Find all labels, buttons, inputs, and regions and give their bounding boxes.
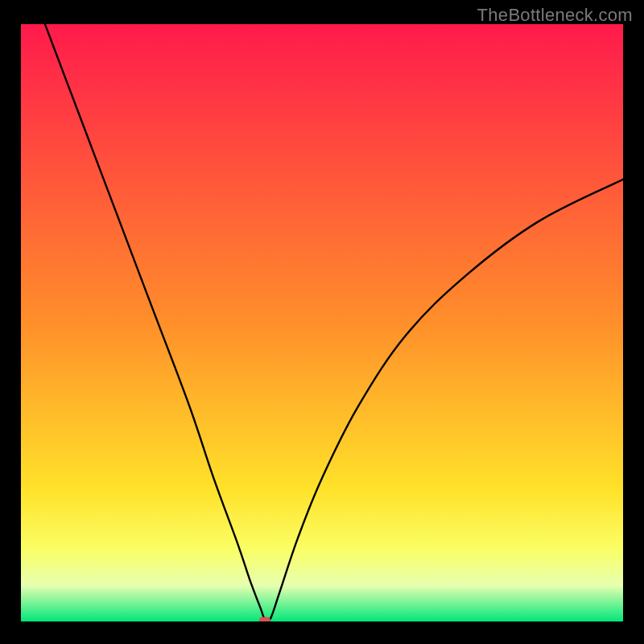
chart-frame: TheBottleneck.com [0,0,644,644]
bottleneck-chart [21,24,623,621]
gradient-background [21,24,623,621]
attribution-text: TheBottleneck.com [477,5,633,26]
chart-svg [21,24,623,621]
optimal-point-marker [259,617,270,621]
